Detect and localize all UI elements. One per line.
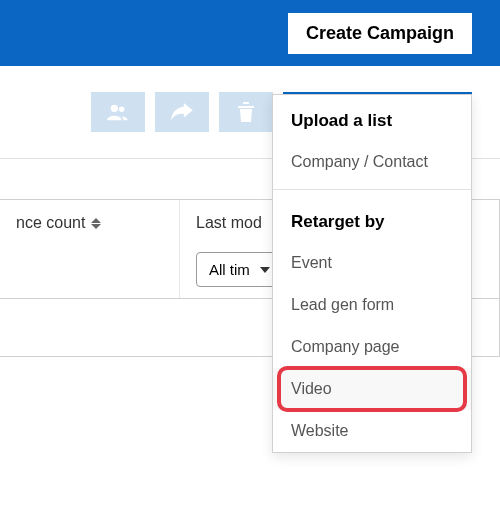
sort-icon: [91, 218, 101, 229]
dropdown-item-lead-gen[interactable]: Lead gen form: [273, 284, 471, 326]
group-icon: [107, 103, 129, 121]
share-icon-button[interactable]: [155, 92, 209, 132]
dropdown-item-website[interactable]: Website: [273, 410, 471, 452]
column-header-count[interactable]: nce count: [16, 214, 163, 232]
time-filter-select[interactable]: All tim: [196, 252, 281, 287]
dropdown-section-upload: Upload a list: [273, 95, 471, 141]
dropdown-section-retarget: Retarget by: [273, 196, 471, 242]
dropdown-item-event[interactable]: Event: [273, 242, 471, 284]
dropdown-item-company-contact[interactable]: Company / Contact: [273, 141, 471, 183]
group-icon-button[interactable]: [91, 92, 145, 132]
create-audience-dropdown: Upload a list Company / Contact Retarget…: [272, 94, 472, 453]
column-audience-count: nce count: [0, 200, 180, 298]
chevron-down-icon: [260, 267, 270, 273]
share-icon: [171, 103, 193, 121]
header-bar: Create Campaign: [0, 0, 500, 66]
dropdown-item-video[interactable]: Video: [273, 368, 471, 410]
dropdown-item-company-page[interactable]: Company page: [273, 326, 471, 368]
delete-icon: [237, 102, 255, 122]
delete-icon-button[interactable]: [219, 92, 273, 132]
dropdown-divider: [273, 189, 471, 190]
create-campaign-button[interactable]: Create Campaign: [288, 13, 472, 54]
